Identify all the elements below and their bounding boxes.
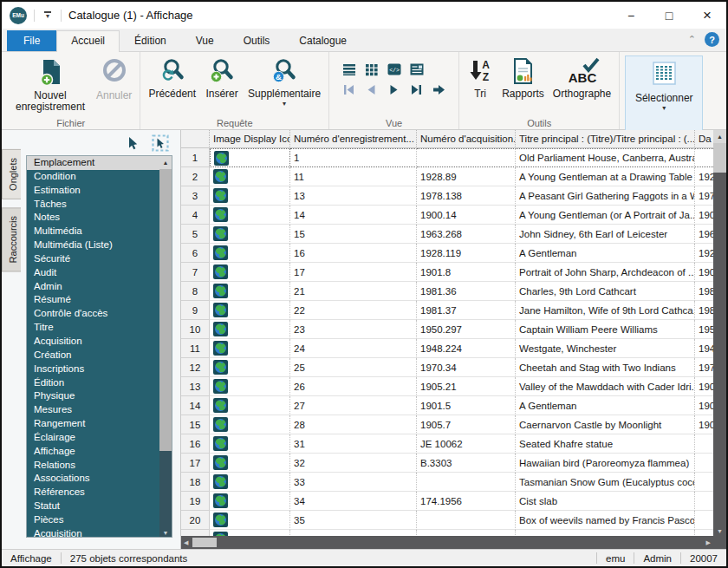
table-row[interactable]: 18 33 Tasmanian Snow Gum (Eucalyptus coc… — [181, 473, 713, 492]
image-cell[interactable] — [210, 415, 290, 434]
scroll-right-icon[interactable]: ▶ — [704, 539, 713, 546]
table-row[interactable]: 2 11 1928.89 A Young Gentleman at a Draw… — [181, 167, 713, 186]
previous-button[interactable]: Précédent — [144, 55, 200, 100]
form-view-icon[interactable] — [409, 62, 424, 76]
sidebar-item[interactable]: Acquisition — [27, 335, 159, 349]
marquee-select-icon[interactable] — [152, 134, 169, 154]
date-cell[interactable] — [695, 434, 713, 454]
date-cell[interactable] — [695, 454, 713, 473]
scroll-down-icon[interactable]: ▼ — [159, 530, 172, 536]
date-cell[interactable]: 190 — [695, 415, 713, 434]
accession-cell[interactable]: 1905.21 — [417, 377, 516, 396]
registration-cell[interactable]: 14 — [290, 206, 417, 225]
sidebar-item[interactable]: Admin — [27, 280, 159, 294]
sidebar-item[interactable]: Estimation — [27, 184, 159, 198]
table-row[interactable]: 14 27 1901.5 A Gentleman 190 — [181, 396, 713, 415]
tab-outils[interactable]: Outils — [229, 30, 285, 51]
tab-accueil[interactable]: Accueil — [56, 30, 120, 52]
row-number[interactable]: 16 — [181, 434, 210, 454]
table-row[interactable]: 5 15 1963.268 John Sidney, 6th Earl of L… — [181, 225, 713, 244]
title-cell[interactable]: Jane Hamilton, Wife of 9th Lord Cathca..… — [516, 301, 695, 320]
row-number[interactable]: 3 — [181, 186, 210, 206]
row-number[interactable]: 2 — [181, 167, 210, 186]
accession-cell[interactable] — [417, 530, 516, 536]
sidebar-item[interactable]: Inscriptions — [27, 362, 159, 376]
row-number[interactable]: 18 — [181, 473, 210, 492]
date-cell[interactable]: 198 — [695, 301, 713, 320]
title-cell[interactable]: Cist slab — [516, 492, 695, 511]
table-row[interactable]: 19 34 174.1956 Cist slab — [181, 492, 713, 511]
image-cell[interactable] — [210, 492, 290, 511]
sidebar-item[interactable]: Pièces — [27, 513, 159, 527]
scroll-up-icon[interactable]: ▲ — [713, 130, 726, 143]
row-number[interactable]: 5 — [181, 225, 210, 244]
scroll-up-icon[interactable]: ▲ — [159, 156, 172, 169]
title-cell[interactable]: A Young Gentleman (or A Portrait of Ja..… — [516, 206, 695, 225]
tab-vue[interactable]: Vue — [181, 30, 229, 51]
table-row[interactable]: 12 25 1970.34 Cheetah and Stag with Two … — [181, 358, 713, 377]
date-cell[interactable]: 190 — [695, 377, 713, 396]
title-cell[interactable]: Seated Khafre statue — [516, 434, 695, 454]
sidebar-item[interactable]: Emplacement — [27, 156, 159, 170]
registration-cell[interactable]: 1 — [290, 148, 417, 167]
column-header-rownum[interactable] — [181, 130, 210, 148]
sidebar-item[interactable]: Condition — [27, 170, 159, 184]
registration-cell[interactable]: 25 — [290, 358, 417, 377]
accession-cell[interactable] — [417, 473, 516, 492]
registration-cell[interactable]: 24 — [290, 339, 417, 358]
table-row[interactable]: 8 21 1981.36 Charles, 9th Lord Cathcart … — [181, 282, 713, 301]
image-cell[interactable] — [210, 244, 290, 263]
table-row[interactable]: 11 24 1948.224 Westgate, Winchester 194 — [181, 339, 713, 358]
registration-cell[interactable]: 22 — [290, 301, 417, 320]
row-number[interactable]: 20 — [181, 511, 210, 530]
table-row[interactable]: 7 17 1901.8 Portrait of John Sharp, Arch… — [181, 263, 713, 282]
table-row[interactable]: 4 14 1900.14 A Young Gentleman (or A Por… — [181, 206, 713, 225]
column-header-title[interactable]: Titre principal : (Titre)/Titre principa… — [516, 130, 695, 148]
sidebar-item[interactable]: Contrôle d'accès — [27, 307, 159, 321]
table-row[interactable]: 17 32 B.3303 Hawaiian bird (Paroreomyza … — [181, 454, 713, 473]
row-number[interactable]: 10 — [181, 320, 210, 339]
previous-record-icon[interactable] — [364, 82, 379, 97]
accession-cell[interactable]: 1948.224 — [417, 339, 516, 358]
image-cell[interactable] — [210, 301, 290, 320]
table-row[interactable]: 6 16 1928.119 A Gentleman 192 — [181, 244, 713, 263]
sidebar-item[interactable]: Rangement — [27, 417, 159, 431]
minimize-button[interactable]: − — [612, 2, 650, 29]
row-number[interactable]: 11 — [181, 339, 210, 358]
accession-cell[interactable]: 1901.5 — [417, 396, 516, 415]
title-cell[interactable]: Captain William Peere Williams — [516, 320, 695, 339]
sort-button[interactable]: A Z Tri — [463, 55, 497, 100]
sidebar-tab-onglets[interactable]: Onglets — [2, 149, 21, 199]
scrollbar-thumb[interactable] — [159, 169, 172, 451]
sidebar-item[interactable]: Acquisition — [27, 527, 159, 538]
table-row[interactable]: 15 28 1905.7 Caernarvon Castle by Moonli… — [181, 415, 713, 434]
scroll-down-icon[interactable]: ▼ — [713, 528, 726, 534]
column-header-date[interactable]: Da — [695, 130, 713, 148]
image-cell[interactable] — [210, 434, 290, 454]
title-cell[interactable]: Cheetah and Stag with Two Indians — [516, 358, 695, 377]
last-record-icon[interactable] — [409, 82, 424, 97]
sidebar-item[interactable]: Sécurité — [27, 252, 159, 266]
row-number[interactable]: 19 — [181, 492, 210, 511]
image-cell[interactable] — [210, 396, 290, 415]
sidebar-item[interactable]: Mesures — [27, 403, 159, 417]
sidebar-item[interactable]: Tâches — [27, 198, 159, 212]
image-cell[interactable] — [210, 473, 290, 492]
accession-cell[interactable] — [417, 511, 516, 530]
insert-button[interactable]: Insérer — [200, 55, 244, 100]
registration-cell[interactable]: 23 — [290, 320, 417, 339]
date-cell[interactable]: 190 — [695, 206, 713, 225]
sidebar-item[interactable]: Création — [27, 349, 159, 362]
code-view-icon[interactable]: </> — [387, 62, 401, 76]
image-cell[interactable] — [210, 454, 290, 473]
row-number[interactable]: 7 — [181, 263, 210, 282]
sidebar-item[interactable]: Associations — [27, 472, 159, 486]
accession-cell[interactable]: 1928.89 — [417, 167, 516, 186]
column-header-registration[interactable]: Numéro d'enregistrement... — [290, 130, 417, 148]
date-cell[interactable] — [695, 530, 713, 536]
title-cell[interactable]: A Gentleman — [516, 244, 695, 263]
sidebar-item[interactable]: Statut — [27, 499, 159, 513]
date-cell[interactable] — [695, 473, 713, 492]
row-number[interactable]: 1 — [181, 148, 210, 167]
registration-cell[interactable]: 31 — [290, 434, 417, 454]
